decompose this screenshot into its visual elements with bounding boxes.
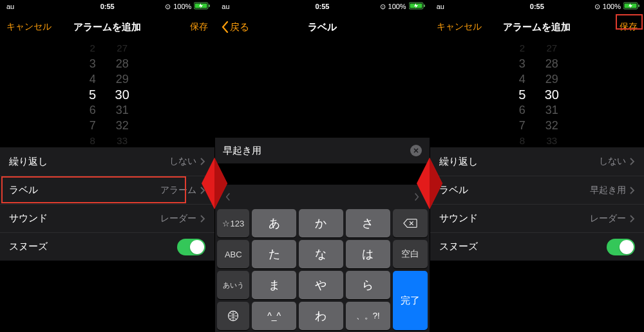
phone-screen-2: au 0:55 ⊙ 100% 戻る ラベル (214, 0, 429, 332)
nav-bar: キャンセル アラームを追加 保存 (0, 13, 214, 41)
nav-title: アラームを追加 (73, 21, 141, 33)
svg-rect-6 (209, 5, 210, 7)
key-ya[interactable]: や (299, 271, 343, 299)
repeat-row[interactable]: 繰り返し しない (0, 147, 214, 176)
phone-screen-1: au 0:55 ⊙ 100% キャンセル アラームを追加 保存 2 3 4 5 … (0, 0, 214, 332)
keyboard: ☆123 あ か さ ABC た な は 空白 あいう ま や ら 完了 ^_^… (215, 185, 429, 332)
key-punct[interactable]: 、。?! (346, 302, 390, 330)
svg-rect-21 (638, 5, 639, 7)
key-mode-abc[interactable]: ABC (217, 240, 249, 268)
snooze-row: スヌーズ (0, 232, 214, 261)
key-ma[interactable]: ま (252, 271, 296, 299)
candidate-bar (217, 187, 427, 209)
key-mode-kana[interactable]: あいう (217, 271, 249, 299)
minute-column: 27 28 29 30 31 32 33 (113, 41, 131, 147)
label-row[interactable]: ラベル アラーム (0, 176, 214, 204)
hour-column: 2 3 4 5 6 7 8 (84, 41, 102, 147)
settings-table: 繰り返し しない ラベル アラーム サウンド レーダー スヌーズ (0, 147, 214, 261)
battery-alarm-icon: ⊙ (380, 3, 386, 11)
snooze-toggle[interactable] (177, 239, 205, 255)
step-arrow-1-to-2 (195, 154, 234, 212)
key-na[interactable]: な (299, 240, 343, 268)
nav-title: ラベル (308, 21, 337, 33)
battery-alarm-icon: ⊙ (594, 3, 600, 11)
status-bar: au 0:55 ⊙ 100% (430, 0, 644, 13)
battery-icon (409, 2, 426, 11)
save-button[interactable]: 保存 (190, 21, 208, 33)
key-wa[interactable]: わ (299, 302, 343, 330)
save-button[interactable]: 保存 (620, 21, 638, 33)
nav-title: アラームを追加 (503, 21, 571, 33)
back-button[interactable]: 戻る (222, 21, 249, 33)
key-ta[interactable]: た (252, 240, 296, 268)
key-done[interactable]: 完了 (393, 271, 428, 330)
sound-row[interactable]: サウンド レーダー (430, 204, 644, 232)
label-row[interactable]: ラベル 早起き用 (430, 176, 644, 204)
svg-rect-13 (424, 5, 425, 7)
snooze-toggle[interactable] (607, 239, 635, 255)
key-space[interactable]: 空白 (393, 240, 428, 268)
key-a[interactable]: あ (252, 209, 296, 237)
battery-icon (194, 2, 211, 11)
cancel-button[interactable]: キャンセル (437, 21, 482, 33)
sound-row[interactable]: サウンド レーダー (0, 204, 214, 232)
key-emoji[interactable]: ^_^ (252, 302, 296, 330)
chevron-right-icon (200, 215, 205, 223)
time-picker[interactable]: 2 3 4 5 6 7 8 27 28 29 30 31 32 33 (430, 41, 644, 147)
battery-icon (623, 2, 640, 11)
nav-bar: 戻る ラベル (215, 13, 429, 41)
repeat-row[interactable]: 繰り返し しない (430, 147, 644, 176)
nav-bar: キャンセル アラームを追加 保存 (430, 13, 644, 41)
settings-table: 繰り返し しない ラベル 早起き用 サウンド レーダー スヌーズ (430, 147, 644, 261)
key-globe[interactable] (217, 302, 249, 330)
clock-time: 0:55 (100, 3, 115, 10)
battery-percent: 100% (173, 3, 191, 10)
key-mode-num[interactable]: ☆123 (217, 209, 249, 237)
time-picker[interactable]: 2 3 4 5 6 7 8 27 28 29 30 31 32 33 (0, 41, 214, 147)
cancel-button[interactable]: キャンセル (6, 21, 52, 33)
phone-screen-3: au 0:55 ⊙ 100% キャンセル アラームを追加 保存 2 3 4 5 … (430, 0, 644, 332)
key-ra[interactable]: ら (346, 271, 390, 299)
step-arrow-2-to-3 (410, 154, 449, 212)
snooze-row: スヌーズ (430, 232, 644, 261)
carrier-label: au (6, 3, 14, 10)
battery-alarm-icon: ⊙ (165, 3, 171, 11)
status-bar: au 0:55 ⊙ 100% (0, 0, 214, 13)
key-ha[interactable]: は (346, 240, 390, 268)
key-delete[interactable] (393, 209, 428, 237)
status-bar: au 0:55 ⊙ 100% (215, 0, 429, 13)
key-ka[interactable]: か (299, 209, 343, 237)
label-input[interactable] (223, 145, 382, 156)
label-text-field-row (215, 138, 429, 163)
key-sa[interactable]: さ (346, 209, 390, 237)
